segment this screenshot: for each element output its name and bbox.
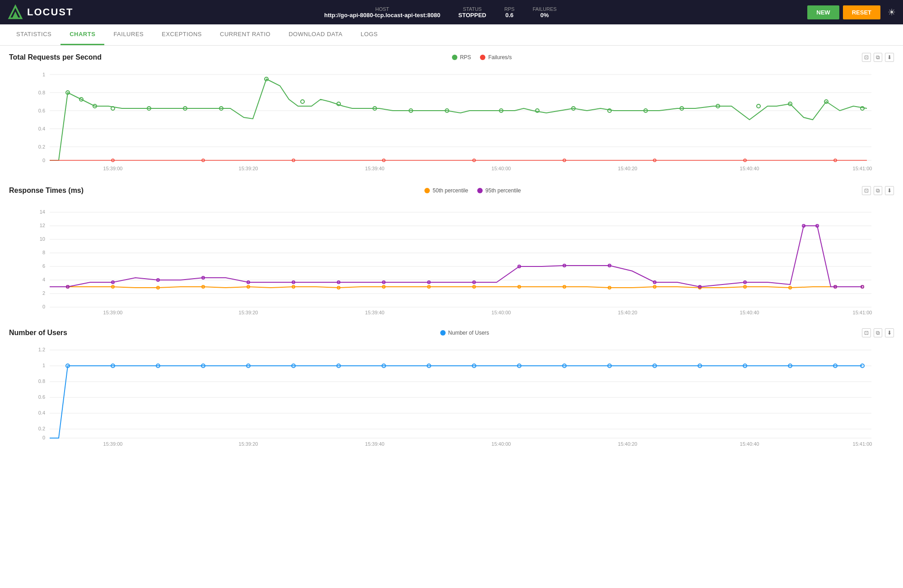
nav-exceptions[interactable]: EXCEPTIONS <box>153 24 211 45</box>
failures-stat: FAILURES 0% <box>533 6 557 19</box>
header-info: HOST http://go-api-8080-tcp.locast-api-t… <box>82 6 798 19</box>
response-chart-wrapper: 14 12 10 8 6 4 2 0 15:39:00 15:39:20 15:… <box>9 199 894 317</box>
svg-text:15:39:20: 15:39:20 <box>239 166 258 171</box>
svg-text:0.6: 0.6 <box>38 108 45 113</box>
failures-label-text: Failures/s <box>488 54 512 61</box>
response-download-btn[interactable]: ⬇ <box>885 186 894 195</box>
p95-dot <box>477 188 483 193</box>
svg-text:15:40:40: 15:40:40 <box>740 166 759 171</box>
svg-text:0.8: 0.8 <box>38 90 45 95</box>
svg-text:4: 4 <box>42 277 45 282</box>
response-legend-50th: 50th percentile <box>424 187 468 194</box>
svg-text:15:39:40: 15:39:40 <box>365 166 385 171</box>
svg-text:15:39:20: 15:39:20 <box>239 310 258 315</box>
host-stat: HOST http://go-api-8080-tcp.locast-api-t… <box>324 6 440 19</box>
svg-text:12: 12 <box>40 223 45 228</box>
svg-point-44 <box>861 107 864 110</box>
failures-value: 0% <box>540 12 549 19</box>
users-label: Number of Users <box>448 330 489 336</box>
failures-label: FAILURES <box>533 6 557 12</box>
users-chart-section: Number of Users Number of Users ⊡ ⧉ ⬇ <box>9 328 894 451</box>
new-button[interactable]: NEW <box>807 5 839 19</box>
nav-failures[interactable]: FAILURES <box>104 24 153 45</box>
response-chart-svg: 14 12 10 8 6 4 2 0 15:39:00 15:39:20 15:… <box>9 199 894 316</box>
response-window-btn[interactable]: ⧉ <box>874 186 882 195</box>
logo-icon <box>7 4 23 20</box>
host-label: HOST <box>375 6 389 12</box>
svg-text:15:40:20: 15:40:20 <box>618 166 638 171</box>
nav-logs[interactable]: LOGS <box>352 24 387 45</box>
users-dot <box>440 330 446 336</box>
svg-text:2: 2 <box>42 290 45 296</box>
rps-chart-header: Total Requests per Second RPS Failures/s… <box>9 53 894 62</box>
response-chart-actions: ⊡ ⧉ ⬇ <box>862 186 894 195</box>
rps-legend-rps: RPS <box>452 54 471 61</box>
status-value: STOPPED <box>458 12 486 19</box>
svg-text:6: 6 <box>42 263 45 269</box>
svg-text:15:40:00: 15:40:00 <box>492 310 511 315</box>
response-chart-title: Response Times (ms) <box>9 187 84 195</box>
svg-text:0: 0 <box>42 435 45 440</box>
svg-text:15:39:00: 15:39:00 <box>103 166 123 171</box>
users-chart-wrapper: 1.2 1 0.8 0.6 0.4 0.2 0 15:39:00 15:39:2… <box>9 341 894 451</box>
response-chart-legend: 50th percentile 95th percentile <box>424 187 521 194</box>
theme-icon[interactable]: ☀ <box>888 7 896 18</box>
users-expand-btn[interactable]: ⊡ <box>862 328 871 337</box>
rps-download-btn[interactable]: ⬇ <box>885 53 894 62</box>
svg-text:0.4: 0.4 <box>38 126 45 131</box>
svg-text:15:40:00: 15:40:00 <box>492 166 511 171</box>
p95-label: 95th percentile <box>485 187 521 194</box>
svg-text:15:40:20: 15:40:20 <box>618 310 638 315</box>
rps-chart-actions: ⊡ ⧉ ⬇ <box>862 53 894 62</box>
rps-legend-failures: Failures/s <box>480 54 512 61</box>
users-download-btn[interactable]: ⬇ <box>885 328 894 337</box>
users-chart-header: Number of Users Number of Users ⊡ ⧉ ⬇ <box>9 328 894 337</box>
svg-text:1.2: 1.2 <box>38 347 45 352</box>
status-label: STATUS <box>463 6 482 12</box>
failures-dot <box>480 55 485 60</box>
svg-text:15:41:00: 15:41:00 <box>853 310 872 315</box>
header: LOCUST HOST http://go-api-8080-tcp.locas… <box>0 0 903 24</box>
svg-text:0.4: 0.4 <box>38 410 45 415</box>
nav-download-data[interactable]: DOWNLOAD DATA <box>279 24 351 45</box>
response-chart-header: Response Times (ms) 50th percentile 95th… <box>9 186 894 195</box>
rps-window-btn[interactable]: ⧉ <box>874 53 882 62</box>
navigation: STATISTICS CHARTS FAILURES EXCEPTIONS CU… <box>0 24 903 46</box>
users-chart-actions: ⊡ ⧉ ⬇ <box>862 328 894 337</box>
svg-text:15:39:40: 15:39:40 <box>365 310 385 315</box>
response-expand-btn[interactable]: ⊡ <box>862 186 871 195</box>
svg-text:14: 14 <box>40 209 45 215</box>
nav-current-ratio[interactable]: CURRENT RATIO <box>211 24 279 45</box>
svg-text:0.8: 0.8 <box>38 378 45 384</box>
rps-chart-svg: 1 0.8 0.6 0.4 0.2 0 15:39:00 15:39:20 15… <box>9 65 894 174</box>
rps-expand-btn[interactable]: ⊡ <box>862 53 871 62</box>
svg-text:15:39:00: 15:39:00 <box>103 441 123 447</box>
svg-point-41 <box>757 104 760 108</box>
svg-text:15:40:00: 15:40:00 <box>492 441 511 447</box>
svg-text:0: 0 <box>42 304 45 309</box>
svg-text:15:39:20: 15:39:20 <box>239 441 258 447</box>
response-legend-95th: 95th percentile <box>477 187 521 194</box>
svg-text:0: 0 <box>42 158 45 163</box>
svg-text:15:40:40: 15:40:40 <box>740 441 759 447</box>
logo: LOCUST <box>7 4 73 20</box>
users-legend-users: Number of Users <box>440 330 489 336</box>
svg-text:10: 10 <box>40 236 45 242</box>
users-window-btn[interactable]: ⧉ <box>874 328 882 337</box>
rps-chart-title: Total Requests per Second <box>9 53 102 61</box>
header-buttons: NEW RESET ☀ <box>807 5 896 19</box>
svg-text:15:41:00: 15:41:00 <box>853 166 872 171</box>
response-chart-section: Response Times (ms) 50th percentile 95th… <box>9 186 894 317</box>
main-content: Total Requests per Second RPS Failures/s… <box>0 46 903 469</box>
rps-chart-legend: RPS Failures/s <box>452 54 512 61</box>
nav-statistics[interactable]: STATISTICS <box>7 24 61 45</box>
svg-text:15:41:00: 15:41:00 <box>853 441 872 447</box>
host-value: http://go-api-8080-tcp.locast-api-test:8… <box>324 12 440 19</box>
svg-text:15:39:40: 15:39:40 <box>365 441 385 447</box>
svg-text:15:40:20: 15:40:20 <box>618 441 638 447</box>
reset-button[interactable]: RESET <box>843 5 880 19</box>
users-chart-svg: 1.2 1 0.8 0.6 0.4 0.2 0 15:39:00 15:39:2… <box>9 341 894 449</box>
svg-text:1: 1 <box>42 363 45 368</box>
svg-text:0.2: 0.2 <box>38 144 45 149</box>
nav-charts[interactable]: CHARTS <box>61 24 104 45</box>
